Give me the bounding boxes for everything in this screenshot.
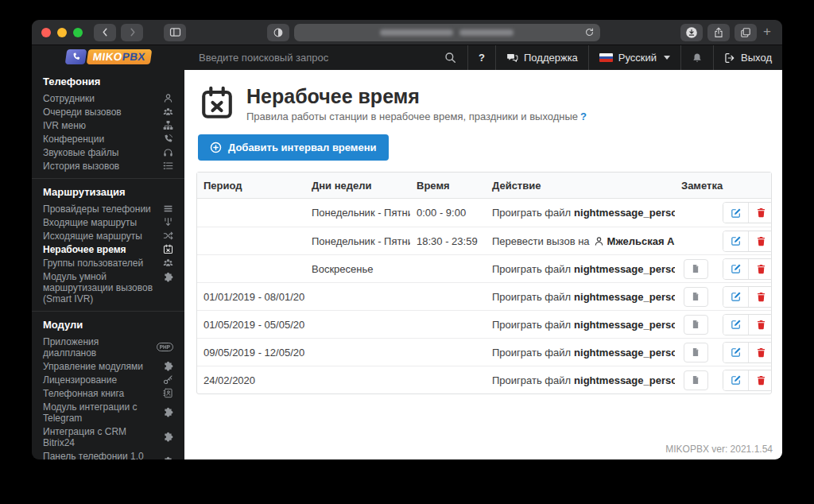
table-row: 24/02/2020 Проиграть файлnightmessage_pe… (197, 366, 771, 394)
puzzle-icon (163, 361, 173, 371)
sidebar-item-label: IVR меню (43, 120, 157, 131)
notifications-button[interactable] (681, 45, 713, 70)
sidebar-toggle-button[interactable] (164, 24, 186, 41)
cell-action: Проиграть файлnightmessage_personal (486, 338, 675, 366)
edit-button[interactable] (723, 287, 748, 307)
note-button[interactable] (684, 370, 708, 390)
note-button[interactable] (684, 287, 708, 307)
sidebar-item-off-work-time[interactable]: Нерабочее время (32, 242, 184, 256)
sidebar-item-telephony-providers[interactable]: Провайдеры телефонии (32, 202, 184, 215)
cell-days: Понедельник - Пятница (305, 227, 410, 254)
users-icon (163, 107, 173, 117)
minimize-window-button[interactable] (57, 28, 67, 37)
sidebar-item-1c-panel-10[interactable]: Панель телефонии 1.0 для 1С (32, 449, 184, 459)
sidebar-item-label: Очереди вызовов (43, 107, 157, 118)
zoom-window-button[interactable] (73, 28, 83, 37)
search-input[interactable] (199, 52, 436, 64)
delete-button[interactable] (748, 370, 771, 390)
sidebar-item-smart-ivr-module[interactable]: Модуль умной маршрутизации вызовов (Smar… (32, 269, 184, 305)
new-tab-button[interactable]: + (762, 25, 776, 40)
sign-out-icon (724, 52, 735, 64)
delete-button[interactable] (748, 287, 771, 307)
edit-button[interactable] (723, 343, 748, 362)
sidebar-item-licensing[interactable]: Лицензирование (32, 373, 184, 386)
delete-button[interactable] (748, 231, 771, 251)
note-button[interactable] (684, 343, 708, 362)
incoming-route-icon (163, 217, 173, 227)
downloads-button[interactable] (680, 24, 703, 41)
tab-overview-button[interactable] (735, 24, 757, 41)
sidebar-item-phonebook[interactable]: Телефонная книга (32, 386, 184, 400)
global-search[interactable] (184, 45, 467, 70)
browser-titlebar: + (32, 20, 782, 45)
add-interval-button[interactable]: Добавить интервал времени (198, 134, 389, 161)
cell-note (675, 338, 716, 366)
sidebar-item-label: Интеграция с CRM Bitrix24 (43, 426, 157, 448)
note-button[interactable] (684, 259, 708, 279)
support-label: Поддержка (524, 52, 578, 64)
sidebar-item-module-management[interactable]: Управление модулями (32, 359, 184, 373)
sidebar-item-user-groups[interactable]: Группы пользователей (32, 256, 184, 269)
header-actions (716, 173, 771, 199)
sidebar-item-outgoing-routes[interactable]: Исходящие маршруты (32, 229, 184, 242)
help-question-mark[interactable]: ? (580, 110, 587, 122)
headphones-icon (163, 147, 173, 157)
edit-button[interactable] (723, 370, 748, 390)
delete-button[interactable] (748, 259, 771, 279)
mikopbx-logo[interactable]: MIKOPBX (64, 49, 151, 64)
sidebar-item-call-history[interactable]: История вызовов (32, 159, 184, 173)
support-button[interactable]: Поддержка (496, 45, 588, 70)
cell-time: 18:30 - 23:59 (410, 227, 486, 254)
cell-days: Воскресенье (305, 254, 410, 282)
sidebar-item-employees[interactable]: Сотрудники (32, 91, 184, 105)
table-row: 01/01/2019 - 08/01/2019 Проиграть файлni… (197, 282, 771, 310)
user-icon (594, 236, 604, 246)
puzzle-icon (163, 432, 173, 442)
edit-button[interactable] (723, 203, 748, 223)
reload-icon[interactable] (584, 27, 595, 37)
sidebar-item-label: Входящие маршруты (43, 217, 157, 228)
cell-actions (716, 254, 771, 282)
language-selector[interactable]: Русский (589, 45, 680, 70)
sidebar-item-bitrix24-module[interactable]: Интеграция с CRM Bitrix24 (32, 425, 184, 449)
sidebar-item-dialplan-apps[interactable]: Приложения диалпланов PHP (32, 335, 184, 359)
sidebar-item-telegram-module[interactable]: Модуль интеграции с Telegram (32, 400, 184, 425)
address-bar[interactable] (294, 24, 600, 41)
header-action: Действие (486, 173, 675, 199)
sidebar-item-sound-files[interactable]: Звуковые файлы (32, 145, 184, 159)
share-button[interactable] (707, 24, 730, 41)
delete-button[interactable] (748, 203, 771, 223)
reader-options-button[interactable] (267, 24, 289, 41)
edit-button[interactable] (723, 259, 748, 279)
sidebar-section-routing: Маршрутизация (32, 179, 184, 202)
edit-button[interactable] (723, 231, 748, 251)
page-subtitle: Правила работы станции в нерабочее время… (246, 110, 587, 122)
chevron-right-icon (127, 27, 138, 37)
note-button[interactable] (684, 315, 708, 335)
back-button[interactable] (94, 24, 116, 41)
sidebar-item-label: Управление модулями (43, 361, 157, 372)
cell-note (675, 366, 716, 394)
edit-button[interactable] (723, 315, 748, 335)
cell-days (305, 282, 410, 310)
cell-action: Проиграть файлnightmessage_personal (486, 199, 675, 227)
sidebar-item-ivr-menu[interactable]: IVR меню (32, 118, 184, 132)
search-icon[interactable] (444, 52, 456, 64)
cell-time (410, 366, 486, 394)
header-note: Заметка (675, 173, 716, 199)
sidebar-item-incoming-routes[interactable]: Входящие маршруты (32, 215, 184, 229)
delete-button[interactable] (748, 315, 771, 335)
delete-button[interactable] (748, 343, 771, 362)
sidebar-item-label: Приложения диалпланов (43, 336, 150, 359)
language-label: Русский (618, 52, 657, 64)
sidebar-item-conferences[interactable]: Конференции (32, 132, 184, 145)
blurred-url-text (380, 29, 453, 36)
table-row: 09/05/2019 - 12/05/2019 Проиграть файлni… (197, 338, 771, 366)
help-button[interactable]: ? (468, 45, 495, 70)
logout-button[interactable]: Выход (714, 45, 782, 70)
forward-button[interactable] (121, 24, 143, 41)
close-window-button[interactable] (41, 28, 51, 37)
sidebar-item-label: Звуковые файлы (43, 147, 157, 158)
plus-circle-icon (210, 142, 222, 153)
sidebar-item-call-queues[interactable]: Очереди вызовов (32, 105, 184, 118)
